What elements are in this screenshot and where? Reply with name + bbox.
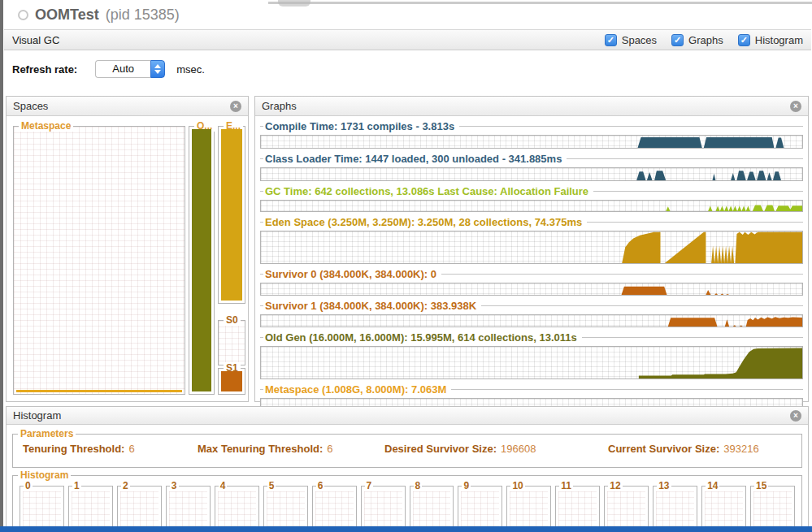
max-tenuring-threshold: Max Tenuring Threshold:6 — [198, 443, 384, 455]
tab-bar: Visual GC ✓ Spaces ✓ Graphs ✓ Histogram — [4, 29, 811, 50]
compile-time-label: Compile Time: 1731 compiles - 3.813s — [265, 120, 459, 132]
refresh-rate-combo[interactable]: Auto — [95, 60, 165, 78]
window-title: OOMTest (pid 15385) — [18, 6, 180, 24]
metaspace-usage-bar — [16, 390, 182, 392]
survivor0-space-box: S0 — [218, 320, 245, 365]
window-top-divider — [268, 2, 812, 4]
compile-time-row-header: Compile Time: 1731 compiles - 3.813s — [260, 121, 803, 132]
desired-survivor-size: Desired Survivor Size:196608 — [384, 443, 608, 455]
metaspace-row-header: Metaspace (1.008G, 8.000M): 7.063M — [260, 384, 803, 395]
close-icon[interactable]: × — [230, 101, 241, 112]
checkbox-spaces-label: Spaces — [622, 34, 657, 46]
checkbox-spaces[interactable]: ✓ Spaces — [605, 34, 657, 46]
survivor0-graph — [260, 283, 803, 296]
bottom-window-bar — [0, 526, 812, 532]
app-title-pid: (pid 15385) — [106, 6, 180, 24]
checkbox-graphs[interactable]: ✓ Graphs — [671, 34, 723, 46]
age-bucket-6: 6 — [312, 486, 357, 532]
refresh-rate-label: Refresh rate: — [12, 63, 77, 76]
age-bucket-1: 1 — [68, 486, 113, 532]
age-bucket-10: 10 — [506, 486, 551, 532]
tenuring-threshold: Tenuring Threshold:6 — [23, 443, 198, 455]
old-gen-usage-bar — [192, 129, 211, 391]
histogram-panel-body: Parameters Tenuring Threshold:6 Max Tenu… — [7, 425, 808, 532]
spaces-panel-header: Spaces × — [7, 97, 248, 116]
age-bucket-3: 3 — [166, 486, 211, 532]
age-bucket-8: 8 — [410, 486, 454, 532]
refresh-unit-label: msec. — [176, 63, 205, 76]
graphs-panel-body: Compile Time: 1731 compiles - 3.813s Cla… — [255, 116, 808, 401]
stepper-icon[interactable] — [150, 60, 165, 78]
eden-space-label: Eden Space (3.250M, 3.250M): 3.250M, 28 … — [265, 216, 587, 228]
checkbox-graphs-icon[interactable]: ✓ — [671, 34, 684, 46]
graphs-panel-title: Graphs — [262, 100, 297, 112]
survivor0-row-header: Survivor 0 (384.000K, 384.000K): 0 — [260, 269, 803, 279]
histogram-group-label: Histogram — [18, 469, 71, 481]
class-loader-label: Class Loader Time: 1447 loaded, 300 unlo… — [265, 153, 567, 165]
graphs-panel-header: Graphs × — [255, 97, 808, 116]
class-loader-row-header: Class Loader Time: 1447 loaded, 300 unlo… — [260, 154, 803, 164]
old-gen-space-box: O... — [189, 126, 215, 395]
checkbox-histogram-icon[interactable]: ✓ — [738, 34, 750, 46]
survivor1-row-header: Survivor 1 (384.000K, 384.000K): 383.938… — [260, 301, 803, 311]
age-bucket-5: 5 — [263, 486, 308, 532]
age-bucket-0: 0 — [20, 486, 64, 532]
window-top-shadow — [278, 0, 310, 6]
metaspace-space-label: Metaspace — [19, 120, 73, 132]
age-bucket-13: 13 — [653, 486, 697, 532]
graphs-panel: Graphs × Compile Time: 1731 compiles - 3… — [254, 96, 809, 402]
histogram-panel-title: Histogram — [13, 409, 61, 422]
old-gen-label: Old Gen (16.000M, 16.000M): 15.995M, 614… — [265, 331, 582, 344]
window-left-edge — [0, 0, 3, 532]
age-buckets: 0 1 2 3 4 5 6 7 8 9 10 11 12 13 14 15 — [20, 486, 795, 532]
checkbox-spaces-icon[interactable]: ✓ — [605, 34, 617, 46]
spaces-panel-title: Spaces — [13, 100, 48, 112]
refresh-toolbar: Refresh rate: Auto msec. — [4, 51, 811, 87]
age-bucket-9: 9 — [458, 486, 502, 532]
age-bucket-7: 7 — [361, 486, 406, 532]
close-icon[interactable]: × — [790, 101, 801, 112]
metaspace-label: Metaspace (1.008G, 8.000M): 7.063M — [265, 383, 451, 396]
metaspace-space-box: Metaspace — [13, 126, 185, 395]
status-dot-icon — [18, 10, 28, 20]
age-bucket-14: 14 — [701, 486, 746, 532]
close-icon[interactable]: × — [790, 410, 801, 422]
spaces-panel-body: Metaspace O... E... S0 S1 — [7, 116, 248, 401]
class-loader-graph — [260, 167, 803, 181]
spaces-panel: Spaces × Metaspace O... E... S0 S1 — [6, 96, 249, 402]
age-bucket-12: 12 — [604, 486, 649, 532]
checkbox-graphs-label: Graphs — [688, 34, 723, 46]
age-bucket-4: 4 — [215, 486, 259, 532]
view-toggles: ✓ Spaces ✓ Graphs ✓ Histogram — [605, 34, 803, 46]
survivor1-graph — [260, 314, 803, 327]
survivor1-space-box: S1 — [218, 368, 245, 395]
refresh-rate-value[interactable]: Auto — [95, 60, 150, 78]
histogram-group: Histogram 0 1 2 3 4 5 6 7 8 9 10 11 12 1… — [12, 475, 802, 532]
old-gen-row-header: Old Gen (16.000M, 16.000M): 15.995M, 614… — [260, 332, 803, 343]
gc-time-label: GC Time: 642 collections, 13.086s Last C… — [265, 185, 593, 197]
survivor0-space-label: S0 — [224, 314, 241, 326]
eden-usage-bar — [221, 129, 242, 301]
checkbox-histogram-label: Histogram — [755, 34, 803, 46]
age-bucket-2: 2 — [117, 486, 162, 532]
checkbox-histogram[interactable]: ✓ Histogram — [738, 34, 803, 46]
survivor1-label: Survivor 1 (384.000K, 384.000K): 383.938… — [265, 300, 481, 312]
eden-space-box: E... — [218, 126, 245, 304]
old-gen-graph — [260, 346, 803, 379]
gc-time-graph — [260, 200, 803, 212]
histogram-panel-header: Histogram × — [7, 407, 808, 425]
age-bucket-15: 15 — [750, 486, 795, 532]
parameters-group: Parameters Tenuring Threshold:6 Max Tenu… — [12, 434, 802, 468]
app-title-text: OOMTest — [35, 6, 99, 24]
parameters-group-label: Parameters — [18, 428, 76, 439]
age-bucket-11: 11 — [555, 486, 600, 532]
survivor0-label: Survivor 0 (384.000K, 384.000K): 0 — [265, 268, 441, 280]
current-survivor-size: Current Survivor Size:393216 — [608, 443, 759, 455]
survivor1-usage-bar — [221, 371, 242, 391]
histogram-panel: Histogram × Parameters Tenuring Threshol… — [6, 406, 809, 532]
gc-time-row-header: GC Time: 642 collections, 13.086s Last C… — [260, 186, 803, 197]
compile-time-graph — [260, 135, 803, 149]
eden-space-row-header: Eden Space (3.250M, 3.250M): 3.250M, 28 … — [260, 217, 803, 227]
eden-space-graph — [260, 231, 803, 264]
tab-visual-gc[interactable]: Visual GC — [12, 34, 59, 46]
